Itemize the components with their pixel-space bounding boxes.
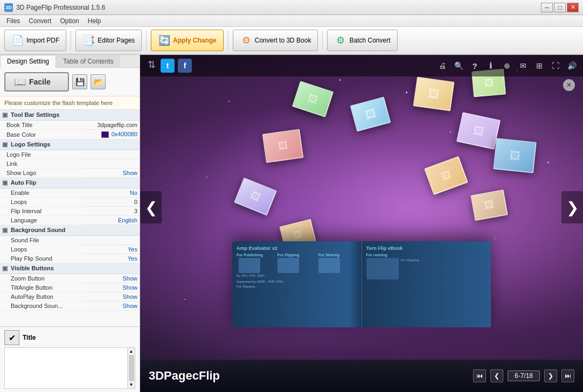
template-label: Facile [29, 78, 51, 86]
book-page-right-content: For running For Shipping [366, 253, 487, 279]
nav-prev-button[interactable]: ❮ [140, 191, 162, 223]
textarea-scroll-up[interactable]: ▲ [129, 349, 134, 354]
textarea-scroll-down[interactable]: ▼ [129, 382, 134, 387]
brand-label: 3DPagecFlip [149, 369, 220, 383]
setting-value [83, 150, 140, 159]
editor-pages-button[interactable]: 📑 Editor Pages [75, 30, 142, 51]
setting-name: Background Soun... [0, 302, 83, 311]
running-content: For Shipping [366, 258, 487, 279]
batch-convert-label: Batch Convert [349, 37, 390, 44]
setting-value: Yes [83, 254, 140, 263]
save-template-button[interactable]: 💾 [72, 74, 87, 89]
page-first-button[interactable]: ⏮ [473, 369, 486, 382]
editor-pages-icon: 📑 [82, 34, 95, 47]
facebook-button[interactable]: f [178, 59, 192, 73]
settings-group-header[interactable]: ▣ Tool Bar Settings [0, 110, 140, 121]
settings-group-header[interactable]: ▣ Logo Settings [0, 139, 140, 150]
menu-option[interactable]: Option [55, 16, 83, 26]
setting-value: 0 [83, 198, 140, 207]
setting-name: Book Title [0, 121, 83, 130]
setting-name: Show Logo [0, 169, 83, 178]
menu-help[interactable]: Help [84, 16, 106, 26]
help-icon[interactable]: ? [469, 60, 481, 72]
convert-3d-button[interactable]: ⚙ Convert to 3D Book [233, 30, 318, 51]
tab-design-setting[interactable]: Design Setting [0, 55, 56, 68]
setting-name: Logo File [0, 150, 83, 159]
toolbar-separator-2 [146, 31, 147, 50]
menu-convert[interactable]: Convert [24, 16, 55, 26]
sharing-title: For Sharing [318, 253, 357, 257]
menu-files[interactable]: Files [2, 16, 24, 26]
load-template-button[interactable]: 📂 [91, 74, 106, 89]
main-layout: Design Setting Table of Contents 📖 Facil… [0, 55, 583, 392]
title-section-icon: ✔ [4, 330, 19, 345]
template-actions: 📖 Facile 💾 📂 [0, 68, 140, 96]
import-pdf-icon: 📄 [11, 34, 24, 47]
flipping-image [277, 258, 299, 273]
textarea-scrollbar[interactable]: ▲ ▼ [127, 348, 135, 388]
setting-value: Yes [83, 245, 140, 254]
settings-row: EnableNo [0, 188, 140, 198]
book-close-button[interactable]: ✕ [563, 79, 575, 91]
settings-row: Background Soun...Show [0, 302, 140, 311]
convert-3d-label: Convert to 3D Book [255, 37, 311, 44]
twitter-button[interactable]: t [161, 59, 175, 73]
preview-toolbar-left: ⇅ t f [145, 59, 192, 73]
settings-group-header[interactable]: ▣ Visible Buttons [0, 263, 140, 274]
template-button[interactable]: 📖 Facile [4, 72, 69, 92]
sound-icon[interactable]: 🔊 [566, 60, 578, 72]
book-section-flipping: For Flipping [277, 253, 316, 277]
setting-name: Enable [0, 188, 83, 198]
maximize-button[interactable]: □ [554, 3, 566, 12]
grid-icon[interactable]: ⊞ [533, 60, 545, 72]
setting-name: AutoPlay Button [0, 292, 83, 302]
setting-value: 3 [83, 207, 140, 216]
settings-group-header[interactable]: ▣ Background Sound [0, 225, 140, 236]
toolbar-separator-3 [228, 31, 228, 50]
email-icon[interactable]: ✉ [517, 60, 529, 72]
titlebar: 3D 3D PageFlip Professional 1.5.6 ─ □ ✕ [0, 0, 583, 15]
page-prev-button[interactable]: ❮ [490, 369, 503, 382]
floating-card-9: 🖼 [262, 129, 304, 163]
apply-change-label: Apply Change [173, 37, 217, 44]
search-icon[interactable]: 🔍 [453, 60, 464, 72]
import-pdf-button[interactable]: 📄 Import PDF [4, 30, 66, 51]
page-last-button[interactable]: ⏭ [561, 369, 574, 382]
group-label: Tool Bar Settings [11, 111, 59, 118]
bottom-bar: 3DPagecFlip ⏮ ❮ 6-7/18 ❯ ⏭ [140, 360, 583, 392]
setting-value: 3dpageflip.com [83, 121, 140, 130]
minimize-button[interactable]: ─ [541, 3, 553, 12]
apply-change-button[interactable]: 🔄 Apply Change [151, 30, 224, 51]
settings-row: Base Color 0x400080 [0, 130, 140, 139]
group-label: Logo Settings [11, 141, 50, 148]
left-panel: Design Setting Table of Contents 📖 Facil… [0, 55, 140, 392]
print-icon[interactable]: 🖨 [436, 60, 448, 72]
info-icon[interactable]: ℹ [485, 60, 497, 72]
setting-value [83, 159, 140, 169]
template-icon: 📖 [14, 76, 26, 88]
settings-group-header[interactable]: ▣ Auto Flip [0, 178, 140, 188]
setting-name: Play Flip Sound [0, 254, 83, 263]
zoom-icon[interactable]: ⊕ [501, 60, 513, 72]
settings-table: ▣ Tool Bar Settings Book Title3dpageflip… [0, 110, 140, 311]
fullscreen-icon[interactable]: ⛶ [550, 60, 561, 72]
settings-scroll[interactable]: ▣ Tool Bar Settings Book Title3dpageflip… [0, 110, 140, 326]
tab-table-of-contents[interactable]: Table of Contents [56, 55, 120, 67]
publishing-desc: By JPG, PDF, SWF... [237, 274, 275, 277]
nav-next-button[interactable]: ❯ [561, 191, 583, 223]
card-image-6: 🖼 [494, 139, 535, 172]
book-section-sharing: For Sharing [318, 253, 357, 277]
settings-row: Sound File [0, 236, 140, 245]
app-icon: 3D [4, 3, 13, 12]
convert-3d-icon: ⚙ [240, 34, 253, 47]
preview-toolbar: ⇅ t f 🖨 🔍 ? ℹ ⊕ ✉ ⊞ ⛶ 🔊 [140, 55, 583, 76]
title-textarea[interactable] [5, 348, 135, 387]
close-button[interactable]: ✕ [567, 3, 579, 12]
expand-icon[interactable]: ⇅ [145, 59, 157, 71]
group-label: Visible Buttons [11, 265, 54, 271]
page-next-button[interactable]: ❯ [544, 369, 557, 382]
sharing-image [318, 258, 340, 273]
page-indicator[interactable]: 6-7/18 [508, 370, 540, 381]
settings-row: TiltAngle ButtonShow [0, 283, 140, 292]
batch-convert-button[interactable]: ⚙ Batch Convert [327, 30, 397, 51]
